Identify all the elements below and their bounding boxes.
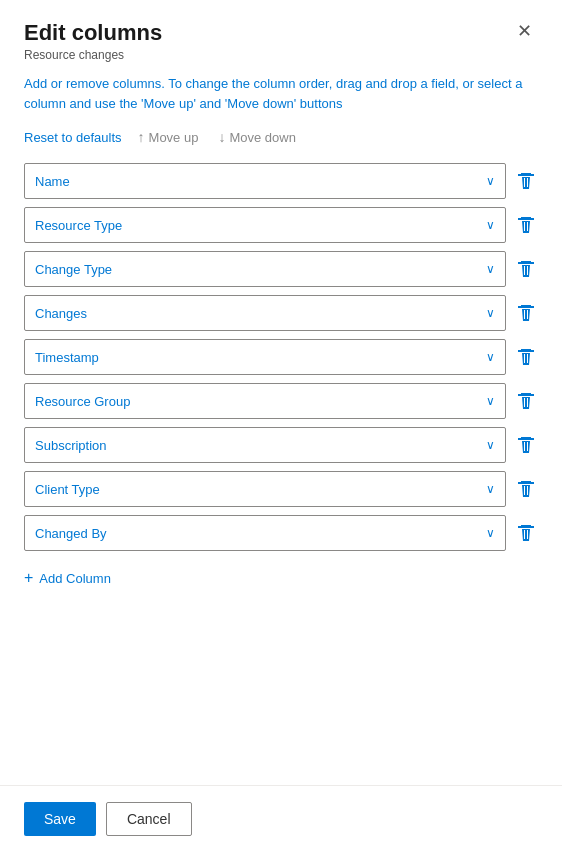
table-row: Client Type∨ [24, 471, 538, 507]
toolbar: Reset to defaults ↑ Move up ↓ Move down [24, 127, 538, 147]
column-select-label: Timestamp [35, 350, 99, 365]
column-select[interactable]: Client Type∨ [24, 471, 506, 507]
table-row: Name∨ [24, 163, 538, 199]
reset-defaults-button[interactable]: Reset to defaults [24, 130, 122, 145]
table-row: Subscription∨ [24, 427, 538, 463]
column-select-label: Changes [35, 306, 87, 321]
chevron-down-icon: ∨ [486, 306, 495, 320]
column-select[interactable]: Subscription∨ [24, 427, 506, 463]
chevron-down-icon: ∨ [486, 438, 495, 452]
trash-icon [518, 172, 534, 190]
chevron-down-icon: ∨ [486, 262, 495, 276]
delete-column-button[interactable] [514, 212, 538, 238]
column-select-label: Change Type [35, 262, 112, 277]
add-column-button[interactable]: + Add Column [24, 565, 111, 591]
move-down-button[interactable]: ↓ Move down [214, 127, 299, 147]
panel-title: Edit columns [24, 20, 162, 46]
delete-column-button[interactable] [514, 300, 538, 326]
trash-icon [518, 260, 534, 278]
delete-column-button[interactable] [514, 344, 538, 370]
panel-header: Edit columns ✕ [24, 20, 538, 46]
panel-description: Add or remove columns. To change the col… [24, 74, 538, 113]
column-select[interactable]: Change Type∨ [24, 251, 506, 287]
column-select-label: Subscription [35, 438, 107, 453]
column-select-label: Resource Group [35, 394, 130, 409]
column-select-label: Changed By [35, 526, 107, 541]
panel-subtitle: Resource changes [24, 48, 538, 62]
delete-column-button[interactable] [514, 432, 538, 458]
chevron-down-icon: ∨ [486, 174, 495, 188]
plus-icon: + [24, 569, 33, 587]
trash-icon [518, 436, 534, 454]
move-down-label: Move down [229, 130, 295, 145]
move-up-label: Move up [149, 130, 199, 145]
column-select[interactable]: Resource Group∨ [24, 383, 506, 419]
column-select[interactable]: Changed By∨ [24, 515, 506, 551]
table-row: Changed By∨ [24, 515, 538, 551]
add-column-label: Add Column [39, 571, 111, 586]
close-button[interactable]: ✕ [511, 20, 538, 42]
table-row: Resource Group∨ [24, 383, 538, 419]
column-select[interactable]: Timestamp∨ [24, 339, 506, 375]
save-button[interactable]: Save [24, 802, 96, 836]
table-row: Change Type∨ [24, 251, 538, 287]
footer: Save Cancel [0, 785, 562, 852]
chevron-down-icon: ∨ [486, 218, 495, 232]
delete-column-button[interactable] [514, 256, 538, 282]
table-row: Timestamp∨ [24, 339, 538, 375]
cancel-button[interactable]: Cancel [106, 802, 192, 836]
trash-icon [518, 348, 534, 366]
move-down-arrow-icon: ↓ [218, 129, 225, 145]
trash-icon [518, 304, 534, 322]
column-select[interactable]: Name∨ [24, 163, 506, 199]
column-select-label: Client Type [35, 482, 100, 497]
move-up-arrow-icon: ↑ [138, 129, 145, 145]
column-select[interactable]: Resource Type∨ [24, 207, 506, 243]
columns-list: Name∨ Resource Type∨ Change Type∨ Change… [24, 163, 538, 551]
column-select-label: Name [35, 174, 70, 189]
chevron-down-icon: ∨ [486, 350, 495, 364]
delete-column-button[interactable] [514, 476, 538, 502]
chevron-down-icon: ∨ [486, 526, 495, 540]
trash-icon [518, 524, 534, 542]
table-row: Resource Type∨ [24, 207, 538, 243]
trash-icon [518, 480, 534, 498]
chevron-down-icon: ∨ [486, 394, 495, 408]
delete-column-button[interactable] [514, 168, 538, 194]
chevron-down-icon: ∨ [486, 482, 495, 496]
trash-icon [518, 392, 534, 410]
column-select[interactable]: Changes∨ [24, 295, 506, 331]
move-up-button[interactable]: ↑ Move up [134, 127, 203, 147]
column-select-label: Resource Type [35, 218, 122, 233]
table-row: Changes∨ [24, 295, 538, 331]
delete-column-button[interactable] [514, 520, 538, 546]
edit-columns-panel: Edit columns ✕ Resource changes Add or r… [0, 0, 562, 611]
trash-icon [518, 216, 534, 234]
delete-column-button[interactable] [514, 388, 538, 414]
